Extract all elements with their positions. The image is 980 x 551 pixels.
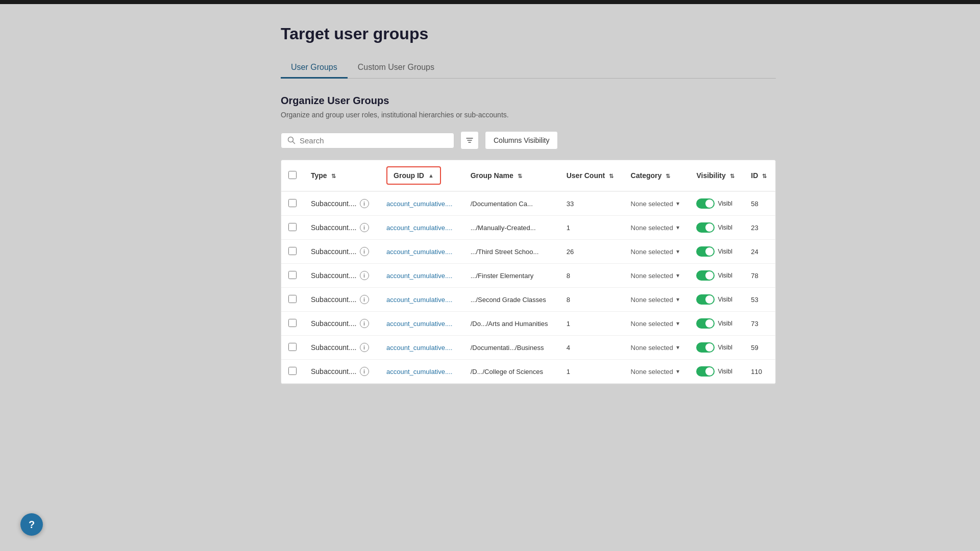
category-dropdown-icon[interactable]: ▾ [676,344,679,351]
row-checkbox-cell[interactable] [281,216,304,240]
visibility-toggle[interactable] [696,222,715,233]
category-cell[interactable]: None selected ▾ [624,312,690,336]
category-value: None selected [631,200,673,208]
type-cell: Subaccount.... i [304,216,379,240]
category-dropdown-icon[interactable]: ▾ [676,224,679,231]
row-checkbox[interactable] [288,271,297,279]
id-column-header[interactable]: ID ⇅ [744,160,775,191]
visibility-label: Visibl [718,368,732,375]
group-id-cell: account_cumulative.... [379,264,463,288]
row-checkbox-cell[interactable] [281,240,304,264]
visibility-toggle[interactable] [696,198,715,209]
section-title: Organize User Groups [281,95,776,107]
row-checkbox-cell[interactable] [281,264,304,288]
visibility-label: Visibl [718,296,732,303]
group-id-column-header[interactable]: Group ID ▲ [379,160,463,191]
category-cell[interactable]: None selected ▾ [624,288,690,312]
user-count-column-header[interactable]: User Count ⇅ [559,160,624,191]
row-checkbox[interactable] [288,199,297,207]
type-sort-icon: ⇅ [331,173,336,179]
row-checkbox-cell[interactable] [281,360,304,384]
id-cell: 59 [744,336,775,360]
visibility-cell: Visibl [689,191,744,216]
category-cell[interactable]: None selected ▾ [624,240,690,264]
category-cell[interactable]: None selected ▾ [624,264,690,288]
group-id-cell: account_cumulative.... [379,240,463,264]
row-checkbox-cell[interactable] [281,191,304,216]
group-id-cell: account_cumulative.... [379,360,463,384]
info-icon[interactable]: i [360,367,369,376]
category-dropdown-icon[interactable]: ▾ [676,272,679,279]
category-cell[interactable]: None selected ▾ [624,336,690,360]
row-checkbox-cell[interactable] [281,288,304,312]
visibility-column-header[interactable]: Visibility ⇅ [689,160,744,191]
category-cell[interactable]: None selected ▾ [624,216,690,240]
category-dropdown-icon[interactable]: ▾ [676,320,679,327]
filter-button[interactable] [460,131,479,149]
info-icon[interactable]: i [360,223,369,232]
user-count-cell: 33 [559,191,624,216]
visibility-cell: Visibl [689,264,744,288]
visibility-label: Visibl [718,248,732,255]
row-checkbox[interactable] [288,367,297,375]
row-checkbox[interactable] [288,343,297,351]
user-count-cell: 8 [559,288,624,312]
info-icon[interactable]: i [360,247,369,256]
category-column-header[interactable]: Category ⇅ [624,160,690,191]
type-value: Subaccount.... [311,319,357,328]
group-id-cell: account_cumulative.... [379,288,463,312]
user-count-cell: 1 [559,312,624,336]
type-column-header[interactable]: Type ⇅ [304,160,379,191]
category-dropdown-icon[interactable]: ▾ [676,368,679,375]
table-row: Subaccount.... i account_cumulative.... … [281,264,775,288]
search-wrapper[interactable] [281,133,454,148]
columns-visibility-button[interactable]: Columns Visibility [485,131,558,149]
info-icon[interactable]: i [360,295,369,304]
category-dropdown-icon[interactable]: ▾ [676,296,679,303]
row-checkbox[interactable] [288,319,297,327]
visibility-toggle[interactable] [696,270,715,281]
type-cell: Subaccount.... i [304,288,379,312]
row-checkbox-cell[interactable] [281,312,304,336]
group-name-cell: .../Second Grade Classes [463,288,559,312]
type-value: Subaccount.... [311,295,357,304]
id-cell: 73 [744,312,775,336]
info-icon[interactable]: i [360,271,369,280]
visibility-toggle[interactable] [696,318,715,329]
type-value: Subaccount.... [311,343,357,352]
tab-user-groups[interactable]: User Groups [281,58,348,79]
category-cell[interactable]: None selected ▾ [624,360,690,384]
row-checkbox[interactable] [288,223,297,231]
table-row: Subaccount.... i account_cumulative.... … [281,288,775,312]
group-name-column-header[interactable]: Group Name ⇅ [463,160,559,191]
id-cell: 53 [744,288,775,312]
group-name-cell: /Documentation Ca... [463,191,559,216]
search-input[interactable] [300,136,448,145]
visibility-label: Visibl [718,200,732,207]
info-icon[interactable]: i [360,343,369,352]
category-dropdown-icon[interactable]: ▾ [676,248,679,255]
info-icon[interactable]: i [360,319,369,328]
visibility-toggle[interactable] [696,342,715,353]
category-dropdown-icon[interactable]: ▾ [676,200,679,207]
id-cell: 23 [744,216,775,240]
category-cell[interactable]: None selected ▾ [624,191,690,216]
visibility-toggle[interactable] [696,246,715,257]
svg-line-1 [293,142,295,144]
tab-custom-user-groups[interactable]: Custom User Groups [348,58,445,79]
visibility-cell: Visibl [689,312,744,336]
row-checkbox[interactable] [288,247,297,255]
visibility-toggle[interactable] [696,366,715,377]
page-container: Target user groups User Groups Custom Us… [184,4,796,405]
toolbar: Columns Visibility [281,131,776,149]
row-checkbox[interactable] [288,295,297,303]
info-icon[interactable]: i [360,199,369,208]
visibility-toggle[interactable] [696,294,715,305]
type-cell: Subaccount.... i [304,336,379,360]
category-sort-icon: ⇅ [666,173,670,179]
select-all-checkbox[interactable] [288,171,297,179]
page-title: Target user groups [281,24,776,43]
row-checkbox-cell[interactable] [281,336,304,360]
id-cell: 78 [744,264,775,288]
group-name-cell: .../Manually-Created... [463,216,559,240]
